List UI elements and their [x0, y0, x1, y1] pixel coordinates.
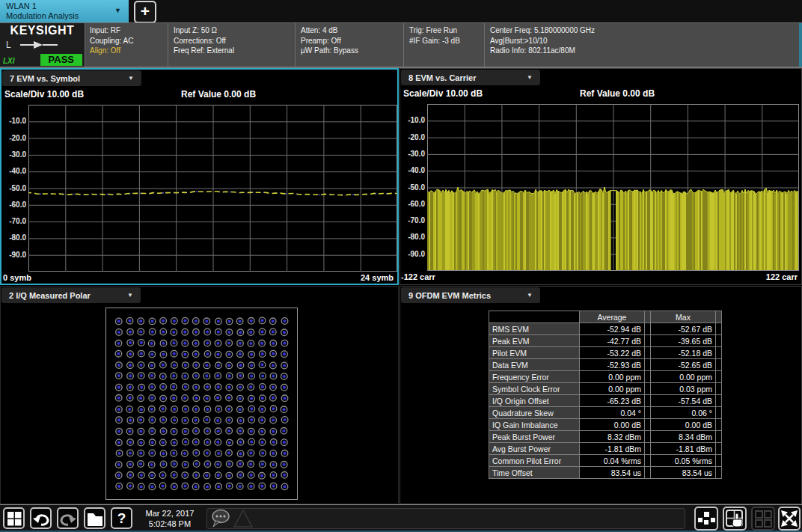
metrics-label-cell: I/Q Origin Offset [489, 395, 580, 407]
y-axis-tick-label: -80.0 [1, 233, 26, 242]
panel-evm-vs-symbol[interactable]: 7 EVM vs. Symbol ▼ Scale/Div 10.00 dB Re… [0, 68, 399, 285]
metrics-label-cell: Common Pilot Error [489, 455, 580, 467]
metrics-spacer-cell [716, 431, 722, 443]
metrics-spacer-cell [716, 467, 722, 479]
metrics-spacer-cell [716, 455, 722, 467]
redo-button[interactable] [57, 507, 79, 529]
metrics-row: Avg Burst Power-1.81 dBm-1.81 dBm [489, 443, 722, 455]
question-mark-icon: ? [117, 510, 126, 527]
keysight-logo: KEYSIGHT [0, 24, 85, 37]
touch-screen-button[interactable] [723, 507, 747, 531]
metrics-spacer-cell [645, 443, 651, 455]
windows-logo-icon [7, 511, 22, 526]
evm-symbol-ref-value: Ref Value 0.00 dB [181, 89, 256, 100]
header-info-column: Atten: 4 dBPreamp: OffµW Path: Bypass [296, 23, 404, 67]
header-info-line: Input: RF [90, 25, 162, 36]
mode-tab-wlan[interactable]: WLAN 1 Modulation Analysis ▼ [0, 0, 129, 22]
y-axis-tick-label: -90.0 [400, 250, 425, 258]
metrics-average-cell: 0.04 ° [580, 407, 645, 419]
y-axis-tick-label: -30.0 [1, 150, 26, 159]
fullscreen-button[interactable] [778, 507, 801, 531]
metrics-average-cell: 0.04 %rms [580, 455, 645, 467]
metrics-average-cell: -65.23 dB [580, 395, 645, 407]
metrics-max-cell: -39.65 dB [651, 335, 716, 347]
header-info-column: Input: RFCoupling: ACAlign: Off [85, 23, 168, 67]
undo-button[interactable] [30, 507, 52, 529]
metrics-average-cell: 0.00 ppm [580, 371, 645, 383]
metrics-corner-cell [489, 311, 580, 323]
speech-bubble-icon [210, 508, 233, 529]
y-axis-tick-label: -80.0 [400, 233, 425, 241]
metrics-spacer-cell [716, 347, 722, 359]
help-button[interactable]: ? [111, 507, 132, 529]
windows-start-button[interactable] [3, 507, 25, 529]
metrics-label-cell: Pilot EVM [489, 347, 580, 359]
panel-evm-vs-carrier[interactable]: 8 EVM vs. Carrier ▼ Scale/Div 10.00 dB R… [400, 68, 802, 285]
metrics-row: Frequency Error0.00 ppm0.00 ppm [489, 371, 722, 383]
y-axis-tick-label: -90.0 [1, 251, 26, 259]
metrics-max-cell: 0.00 ppm [651, 371, 716, 383]
y-axis-tick-label: -40.0 [1, 167, 26, 175]
evm-carrier-x-start: -122 carr [401, 272, 435, 281]
metrics-label-cell: IQ Gain Imbalance [489, 419, 580, 431]
add-tab-button[interactable]: + [134, 1, 156, 23]
metrics-max-cell: 83.54 us [651, 467, 716, 479]
y-axis-tick-label: -70.0 [400, 216, 425, 224]
evm-symbol-title-dropdown[interactable]: 7 EVM vs. Symbol ▼ [2, 70, 141, 86]
metrics-spacer-cell [716, 335, 722, 347]
evm-carrier-title: 8 EVM vs. Carrier [408, 73, 477, 82]
header-info-line: Avg|Burst:>10/10 [490, 36, 794, 46]
panel-ofdm-evm-metrics[interactable]: 9 OFDM EVM Metrics ▼ AverageMaxRMS EVM-5… [400, 286, 802, 504]
panel-iq-measured-polar[interactable]: 2 I/Q Measured Polar ▼ [0, 286, 399, 504]
evm-carrier-ref-value: Ref Value 0.00 dB [580, 88, 655, 99]
metrics-max-cell: -52.65 dB [651, 359, 716, 371]
header-info-line: Preamp: Off [301, 36, 398, 46]
metrics-row: Data EVM-52.93 dB-52.65 dB [489, 359, 722, 371]
header-info-column: Trig: Free Run#IF Gain: -3 dB [404, 23, 485, 67]
constellation-diagram [105, 308, 298, 503]
metrics-header-row: AverageMax [489, 311, 722, 323]
y-axis-tick-label: -20.0 [400, 133, 425, 141]
header-info: Input: RFCoupling: ACAlign: OffInput Z: … [85, 23, 799, 67]
metrics-average-cell: -53.22 dB [580, 347, 645, 359]
clock[interactable]: Mar 22, 2017 5:02:48 PM [136, 508, 203, 529]
metrics-max-cell: 8.34 dBm [651, 431, 716, 443]
y-axis-tick-label: -70.0 [1, 217, 26, 225]
metrics-average-cell: -1.81 dBm [580, 443, 645, 455]
metrics-max-cell: 0.05 %rms [651, 455, 716, 467]
screen-right-edge [799, 23, 802, 67]
instrument-screen: { "window": { "tab_title_line1": "WLAN 1… [0, 0, 802, 532]
triangle-marker-icon [233, 509, 255, 528]
metrics-row: Quadrature Skew0.04 °0.06 ° [489, 407, 722, 419]
taskbar: ? Mar 22, 2017 5:02:48 PM [0, 504, 802, 532]
metrics-label-cell: Frequency Error [489, 371, 580, 383]
header-info-line: Trig: Free Run [409, 25, 479, 36]
metrics-spacer-cell [645, 455, 651, 467]
metrics-row: IQ Gain Imbalance0.00 dB0.00 dB [489, 419, 722, 431]
signal-path-arrow-icon [19, 40, 61, 49]
metrics-column-header: Max [651, 311, 716, 323]
metrics-row: I/Q Origin Offset-65.23 dB-57.54 dB [489, 395, 722, 407]
evm-carrier-plot [427, 104, 799, 274]
window-layout-button[interactable] [694, 507, 718, 531]
metrics-average-cell: 0.00 ppm [580, 383, 645, 395]
message-bar[interactable] [206, 508, 685, 529]
split-grid-button[interactable] [751, 507, 775, 531]
metrics-spacer-cell [645, 371, 651, 383]
header-info-line: Coupling: AC [90, 36, 162, 46]
metrics-row: Common Pilot Error0.04 %rms0.05 %rms [489, 455, 722, 467]
metrics-label-cell: Peak Burst Power [489, 431, 580, 443]
metrics-title-dropdown[interactable]: 9 OFDM EVM Metrics ▼ [401, 287, 540, 303]
file-button[interactable] [84, 507, 105, 529]
evm-carrier-title-dropdown[interactable]: 8 EVM vs. Carrier ▼ [401, 70, 540, 85]
y-axis-tick-label: -60.0 [1, 201, 26, 209]
evm-symbol-title: 7 EVM vs. Symbol [10, 74, 80, 83]
fullscreen-expand-icon [780, 509, 799, 528]
screen-tab-bar: WLAN 1 Modulation Analysis ▼ + [0, 0, 802, 22]
metrics-spacer-cell [716, 443, 722, 455]
header-info-line: Radio Info: 802.11ac/80M [490, 46, 794, 56]
polar-title-dropdown[interactable]: 2 I/Q Measured Polar ▼ [1, 287, 141, 303]
chevron-down-icon: ▼ [114, 7, 121, 14]
status-header: KEYSIGHT L LXI PASS Input: RFCoupling: A… [0, 22, 802, 68]
y-axis-tick-label: -40.0 [400, 166, 425, 174]
